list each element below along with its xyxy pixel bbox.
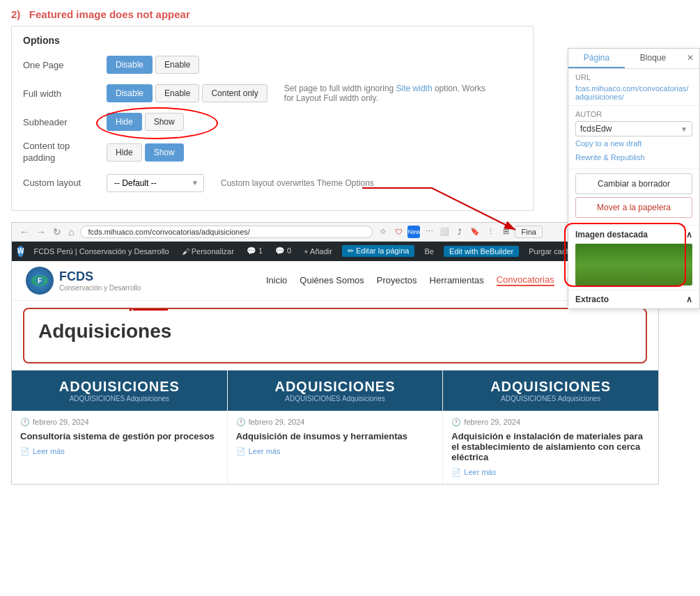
shield-icon: 🛡	[392, 226, 405, 238]
options-title: Options	[23, 35, 522, 46]
menu-convocatorias[interactable]: Convocatorias	[497, 274, 554, 286]
subheader-show-btn[interactable]: Show	[145, 113, 184, 131]
card-3-read-more[interactable]: 📄 Leer más	[451, 468, 650, 477]
card-1-read-more[interactable]: 📄 Leer más	[20, 447, 219, 456]
wp-comments-zero[interactable]: 💬 0	[272, 246, 294, 256]
section-number: 2)	[11, 8, 20, 20]
full-width-controls: Disable Enable Content only	[107, 84, 267, 102]
website-preview: F FCDS Conservación y Desarrollo Inicio …	[12, 261, 658, 484]
full-width-enable-btn[interactable]: Enable	[155, 84, 199, 102]
home-btn[interactable]: ⌂	[66, 226, 76, 237]
wp-be[interactable]: Be	[421, 247, 436, 256]
svg-text:F: F	[38, 277, 42, 285]
menu-icon[interactable]: ⋯	[423, 226, 435, 238]
content-padding-label: Content toppadding	[23, 141, 107, 164]
wp-comments-count[interactable]: 💬 1	[244, 246, 265, 256]
card-1-header-main: ADQUISICIONES	[20, 379, 219, 395]
tab-icon: ⬜	[438, 226, 451, 238]
card-1-title: Consultoría sistema de gestión por proce…	[20, 431, 219, 441]
url-section: URL fcas.mihuaco.com/convocatorias/adqui…	[568, 69, 699, 106]
full-width-content-only-btn[interactable]: Content only	[202, 84, 267, 102]
clock-icon-2: 🕐	[236, 418, 246, 427]
mover-papelera-btn[interactable]: Mover a la papelera	[575, 197, 692, 218]
title-arrow-svg	[130, 299, 171, 320]
card-1: ADQUISICIONES ADQUISICIONES Adquisicione…	[12, 370, 227, 484]
site-nav: F FCDS Conservación y Desarrollo Inicio …	[12, 261, 658, 301]
share-icon[interactable]: ⤴	[453, 226, 466, 238]
wp-site-name[interactable]: FCDS Perú | Conservación y Desarrollo	[31, 247, 171, 256]
wp-add[interactable]: + Añadir	[301, 247, 335, 256]
card-2-header-sub: ADQUISICIONES Adquisiciones	[236, 395, 435, 402]
menu-inicio[interactable]: Inicio	[266, 275, 287, 285]
url-display: fcds.mihuaco.com/convocatorias/adquisici…	[88, 228, 249, 236]
content-padding-row: Content toppadding Hide Show	[23, 141, 522, 164]
extracto-section: Extracto ∧	[568, 290, 699, 308]
subheader-row: Subheader Hide Show	[23, 113, 522, 131]
imagen-title: Imagen destacada	[575, 230, 648, 240]
site-logo: F FCDS Conservación y Desarrollo	[26, 267, 141, 295]
tab-pagina[interactable]: Página	[568, 49, 625, 68]
bookmark-icon[interactable]: 🔖	[469, 226, 481, 238]
back-btn[interactable]: ←	[17, 226, 31, 237]
card-3: ADQUISICIONES ADQUISICIONES Adquisicione…	[443, 370, 658, 484]
star-icon[interactable]: ☆	[377, 226, 389, 238]
card-2-read-more[interactable]: 📄 Leer más	[236, 447, 435, 456]
clock-icon-3: 🕐	[451, 418, 461, 427]
wp-logo-icon: W	[17, 246, 24, 257]
url-bar[interactable]: fcds.mihuaco.com/convocatorias/adquisici…	[80, 226, 373, 238]
split-icon[interactable]: ⊞	[499, 226, 512, 238]
card-1-header: ADQUISICIONES ADQUISICIONES Adquisicione…	[12, 370, 227, 411]
forward-btn[interactable]: →	[34, 226, 48, 237]
wp-edit-page-btn[interactable]: ✏ Editar la página	[342, 245, 415, 257]
full-width-hint: Set page to full width ignoring Site wid…	[284, 84, 493, 103]
imagen-thumb-inner	[575, 244, 692, 285]
read-more-icon-1: 📄	[20, 447, 30, 456]
custom-layout-controls: -- Default -- ▼	[107, 174, 204, 192]
cambiar-borrador-btn[interactable]: Cambiar a borrador	[575, 173, 692, 194]
read-more-icon-3: 📄	[451, 468, 461, 477]
page-title: Adquisiciones	[38, 320, 171, 342]
page-wrapper: 2) Featured image does not appear Option…	[0, 0, 700, 596]
extracto-title: Extracto	[575, 295, 609, 304]
imagen-thumbnail[interactable]	[575, 244, 692, 285]
close-panel-btn[interactable]: ✕	[681, 49, 699, 68]
full-width-disable-btn[interactable]: Disable	[107, 84, 153, 102]
card-3-date: 🕐 febrero 29, 2024	[451, 418, 650, 427]
content-padding-show-btn[interactable]: Show	[145, 143, 184, 162]
copy-draft-link[interactable]: Copy to a new draft	[575, 136, 692, 150]
author-label: AUTOR	[575, 110, 692, 118]
custom-layout-select[interactable]: -- Default --	[107, 174, 204, 192]
site-width-link[interactable]: Site width	[396, 84, 433, 93]
custom-layout-row: Custom layout -- Default -- ▼ Custom lay…	[23, 174, 522, 192]
logo-text: FCDS	[59, 269, 141, 284]
logo-svg: F	[27, 268, 52, 293]
tab-bloque[interactable]: Bloque	[625, 49, 681, 68]
menu-herramientas[interactable]: Herramientas	[430, 275, 484, 285]
one-page-enable-btn[interactable]: Enable	[155, 56, 199, 74]
menu-quienes[interactable]: Quiénes Somos	[300, 275, 364, 285]
browser-bar: ← → ↻ ⌂ fcds.mihuaco.com/convocatorias/a…	[12, 223, 658, 242]
browser-area: ← → ↻ ⌂ fcds.mihuaco.com/convocatorias/a…	[11, 222, 659, 485]
wp-bebuilder-btn[interactable]: Edit with BeBuilder	[444, 246, 519, 257]
logo-circle: F	[26, 267, 54, 295]
subheader-hide-btn[interactable]: Hide	[107, 113, 142, 131]
imagen-collapse-icon: ∧	[686, 230, 692, 240]
menu-proyectos[interactable]: Proyectos	[377, 275, 417, 285]
one-page-disable-btn[interactable]: Disable	[107, 56, 153, 74]
full-width-label: Full width	[23, 88, 107, 99]
author-input-row: fcdsEdw ▼	[575, 121, 692, 136]
author-value: fcdsEdw	[580, 124, 680, 134]
reload-btn[interactable]: ↻	[51, 226, 63, 237]
rewrite-republish-link[interactable]: Rewrite & Republish	[575, 150, 692, 164]
fina-btn[interactable]: Fina	[515, 226, 542, 238]
custom-layout-select-wrapper: -- Default -- ▼	[107, 174, 204, 192]
actions-section: Cambiar a borrador Mover a la papelera	[568, 169, 699, 226]
card-2-header-main: ADQUISICIONES	[236, 379, 435, 395]
content-padding-hide-btn[interactable]: Hide	[107, 143, 142, 162]
wp-personalizar[interactable]: 🖌 Personalizar	[179, 247, 237, 256]
card-1-body: 🕐 febrero 29, 2024 Consultoría sistema d…	[12, 411, 227, 463]
one-page-label: One Page	[23, 60, 107, 70]
more-icon[interactable]: ⋮	[484, 226, 497, 238]
one-page-controls: Disable Enable	[107, 56, 199, 74]
wp-admin-bar: W FCDS Perú | Conservación y Desarrollo …	[12, 242, 658, 261]
